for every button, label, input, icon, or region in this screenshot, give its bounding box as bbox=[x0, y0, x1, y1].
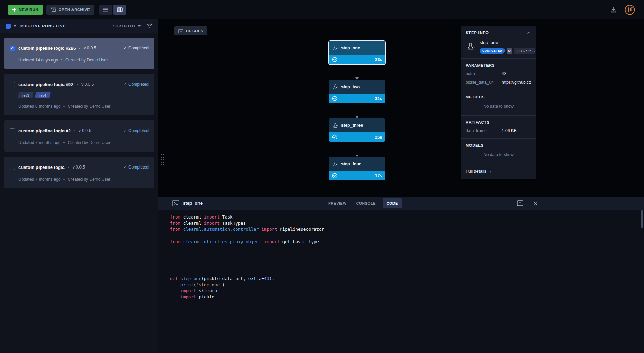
run-updated: Updated 7 months ago bbox=[18, 177, 60, 182]
edge-arrow bbox=[357, 64, 357, 77]
sorted-by-label: SORTED BY bbox=[113, 24, 136, 28]
code-line: import pickle bbox=[170, 294, 644, 300]
code-line bbox=[170, 263, 644, 270]
panel-resize-grip[interactable] bbox=[160, 153, 164, 166]
text-caret bbox=[170, 215, 170, 220]
id-badge-value[interactable]: 30832c35 ... bbox=[514, 48, 535, 54]
separator-dot bbox=[61, 59, 62, 60]
info-section: METRICS No data to show bbox=[461, 90, 536, 116]
run-card[interactable]: custom pipeline logic v 0.0.5 Completed … bbox=[4, 157, 154, 188]
step-name: step_three bbox=[341, 123, 363, 128]
separator-dot bbox=[77, 84, 78, 85]
details-button[interactable]: DETAILS bbox=[174, 26, 207, 35]
top-bar: NEW RUN OPEN ARCHIVE bbox=[0, 0, 644, 19]
run-checkbox[interactable] bbox=[10, 82, 15, 87]
section-title: ARTIFACTS bbox=[466, 120, 531, 124]
completed-check-icon bbox=[332, 96, 337, 101]
topbar-right-actions bbox=[610, 5, 636, 15]
split-view-toggle[interactable] bbox=[113, 5, 126, 15]
step-info-name: step_one bbox=[480, 40, 535, 45]
step-node-header: step_four bbox=[329, 157, 385, 171]
table-view-toggle[interactable] bbox=[99, 5, 112, 15]
step-badges: COMPLETED ID 30832c35 ... bbox=[480, 48, 535, 54]
pipeline-step-node[interactable]: step_four 17s bbox=[329, 157, 385, 180]
run-created-by: Created by Demo User bbox=[68, 140, 110, 145]
step-node-header: step_one bbox=[329, 41, 385, 55]
download-icon[interactable] bbox=[610, 6, 617, 13]
code-line: from clearml import TaskTypes bbox=[170, 220, 644, 227]
select-all-checkbox[interactable] bbox=[6, 24, 11, 29]
run-name: custom pipeline logic #2 bbox=[18, 128, 71, 133]
terminal-icon bbox=[172, 200, 179, 206]
tab-code[interactable]: CODE bbox=[383, 198, 402, 208]
run-card-top-row: custom pipeline logic #2 v 0.0.5 Complet… bbox=[10, 127, 149, 134]
separator-dot bbox=[63, 142, 65, 143]
run-status-badge: Completed bbox=[123, 165, 149, 170]
code-content: from clearml import Taskfrom clearml imp… bbox=[170, 214, 644, 300]
section-body: extra43pickle_data_urlhttps://github.co.… bbox=[466, 71, 531, 85]
step-info-panel: STEP INFO step_one COMPLETED ID 30832c35… bbox=[461, 26, 536, 179]
open-archive-button[interactable]: OPEN ARCHIVE bbox=[46, 5, 95, 15]
run-name: custom pipeline logic #286 bbox=[18, 46, 76, 51]
flask-icon bbox=[332, 123, 338, 129]
code-line bbox=[170, 245, 644, 251]
run-checkbox[interactable] bbox=[10, 165, 15, 170]
select-all-caret-icon[interactable] bbox=[14, 25, 16, 27]
tab-preview[interactable]: PREVIEW bbox=[325, 198, 349, 208]
new-run-button[interactable]: NEW RUN bbox=[8, 5, 43, 15]
run-version: v 0.0.5 bbox=[73, 165, 85, 170]
step-node-footer: 23s bbox=[329, 55, 385, 64]
run-card[interactable]: custom pipeline logic #2 v 0.0.5 Complet… bbox=[4, 120, 154, 152]
info-value: 1.06 KB bbox=[502, 128, 517, 133]
info-row: extra43 bbox=[466, 71, 531, 76]
chevron-up-icon[interactable] bbox=[526, 30, 531, 35]
step-info-header: STEP INFO bbox=[461, 26, 536, 39]
runs-list: custom pipeline logic #286 v 0.0.5 Compl… bbox=[0, 33, 158, 198]
section-body: data_frame1.06 KB bbox=[466, 128, 531, 133]
code-scrollbar-thumb[interactable] bbox=[641, 210, 643, 228]
step-duration: 17s bbox=[375, 173, 382, 178]
step-duration: 23s bbox=[375, 57, 382, 62]
run-meta: Updated 14 days ago Created by Demo User bbox=[10, 57, 149, 63]
run-status-badge: Completed bbox=[123, 46, 149, 50]
runs-list-title: PIPELINE RUNS LIST bbox=[20, 24, 65, 28]
pipeline-step-node[interactable]: step_three 25s bbox=[329, 118, 385, 142]
clearml-pipelines-page: NEW RUN OPEN ARCHIVE bbox=[0, 0, 644, 353]
close-icon[interactable] bbox=[533, 201, 538, 206]
full-details-link[interactable]: Full details → bbox=[461, 164, 536, 179]
flask-icon bbox=[332, 161, 338, 167]
completed-check-icon bbox=[332, 57, 337, 62]
step-duration: 31s bbox=[375, 96, 382, 101]
run-card[interactable]: custom pipeline logic #97 v 0.0.5 Comple… bbox=[4, 74, 154, 115]
run-card[interactable]: custom pipeline logic #286 v 0.0.5 Compl… bbox=[4, 38, 154, 69]
info-row: data_frame1.06 KB bbox=[466, 128, 531, 133]
code-line: from clearml.utilities.proxy_object impo… bbox=[170, 239, 644, 245]
run-checkbox[interactable] bbox=[10, 46, 15, 51]
run-checkbox[interactable] bbox=[10, 128, 15, 133]
table-view-icon bbox=[103, 7, 109, 12]
run-tag: rev3 bbox=[18, 92, 34, 98]
edge-arrow bbox=[357, 103, 357, 116]
info-value: 43 bbox=[502, 71, 506, 76]
step-code-panel: step_one PREVIEWCONSOLECODE from clearml… bbox=[158, 197, 644, 353]
code-line: import sklearn bbox=[170, 288, 644, 294]
pipeline-step-node[interactable]: step_one 23s bbox=[329, 41, 385, 64]
pipeline-runs-sidebar: PIPELINE RUNS LIST SORTED BY custom pipe… bbox=[0, 19, 158, 353]
flask-icon bbox=[466, 42, 475, 52]
pipeline-step-node[interactable]: step_two 31s bbox=[329, 80, 385, 103]
run-meta: Updated 7 months ago Created by Demo Use… bbox=[10, 176, 149, 182]
expand-panel-icon[interactable] bbox=[517, 200, 523, 206]
filter-icon[interactable] bbox=[147, 23, 153, 29]
info-key: data_frame bbox=[466, 128, 502, 133]
clearml-logo-avatar[interactable] bbox=[625, 5, 635, 15]
run-status-badge: Completed bbox=[123, 82, 149, 87]
step-duration: 25s bbox=[375, 135, 382, 140]
separator-dot bbox=[68, 167, 69, 168]
code-line bbox=[170, 251, 644, 257]
info-row: pickle_data_urlhttps://github.co... bbox=[466, 80, 531, 85]
code-panel-header: step_one PREVIEWCONSOLECODE bbox=[158, 197, 644, 210]
code-line: from clearml import Task bbox=[170, 214, 644, 220]
sorted-by-dropdown[interactable]: SORTED BY bbox=[113, 24, 141, 28]
code-panel-step-name: step_one bbox=[183, 200, 203, 206]
tab-console[interactable]: CONSOLE bbox=[354, 198, 379, 208]
